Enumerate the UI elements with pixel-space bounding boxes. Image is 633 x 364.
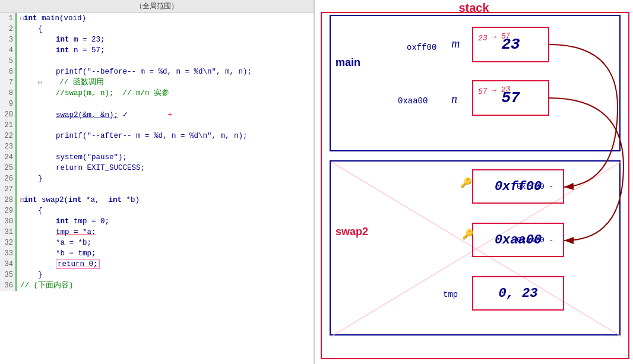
stack-panel: stack main oxff00 m 23 0xaa00 n 57 swap2… (315, 0, 633, 364)
n-value-box: 57 (472, 80, 549, 116)
code-line-8: 8 //swap(m, n); // m/n 实参 (0, 88, 252, 99)
code-line-28: 28 ⊟int swap2(int *a, int *b) (0, 195, 252, 205)
code-line-21: 21 (0, 120, 252, 131)
code-line-36: 36 // (下面内容) (0, 280, 252, 291)
code-line-29: 29 { (0, 205, 252, 216)
code-line-3: 3 int m = 23; (0, 34, 252, 45)
code-panel: （全局范围） 1 ⊟int main(void) 2 { 3 int m = 2… (0, 0, 315, 364)
code-line-5: 5 (0, 56, 252, 67)
toolbar-label: （全局范围） (135, 1, 178, 11)
code-line-22: 22 printf("--after-- m = %d, n = %d\n", … (0, 131, 252, 141)
code-line-20: 20 swap2(&m, &n); ✓ + (0, 109, 252, 120)
code-line-25: 25 return EXIT_SUCCESS; (0, 163, 252, 173)
code-line-2: 2 { (0, 24, 252, 34)
code-line-9: 9 (0, 99, 252, 109)
n-var-name: n (451, 92, 457, 106)
tmp-addr-label: tmp (443, 290, 458, 299)
code-line-35: 35 } (0, 270, 252, 280)
code-line-1: 1 ⊟int main(void) (0, 13, 252, 24)
main-frame-label: main (336, 56, 360, 69)
key-icon-b: 🔑 (462, 229, 474, 240)
code-line-34: 34 return 0; (0, 259, 252, 270)
code-line-32: 32 *a = *b; (0, 238, 252, 248)
code-line-26: 26 } (0, 173, 252, 184)
tmp-value: 0, 23 (498, 286, 537, 301)
b-addr-label: 0xaa00 - (517, 236, 553, 245)
code-line-33: 33 *b = tmp; (0, 248, 252, 259)
m-value-box: 23 (472, 27, 549, 62)
code-line-7: 7 ⊟ // 函数调用 (0, 77, 252, 88)
code-line-4: 4 int n = 57; (0, 45, 252, 56)
m-addr-label: oxff00 (407, 43, 436, 52)
code-line-30: 30 int tmp = 0; (0, 216, 252, 227)
swap2-frame-label: swap2 (336, 226, 368, 238)
m-var-name: m (451, 37, 460, 50)
n-addr-label: 0xaa00 (398, 96, 428, 106)
tmp-value-box: 0, 23 (472, 276, 564, 311)
code-line-24: 24 system("pause"); (0, 152, 252, 163)
code-line-6: 6 printf("--before-- m = %d, n = %d\n", … (0, 67, 252, 77)
a-addr-label: 0xff00 - (517, 182, 553, 191)
code-line-31: 31 tmp = *a; (0, 227, 252, 238)
code-line-23: 23 (0, 141, 252, 152)
key-icon-a: 🔑 (460, 177, 472, 189)
code-line-27: 27 (0, 184, 252, 195)
code-toolbar: （全局范围） (0, 0, 314, 13)
code-content: 1 ⊟int main(void) 2 { 3 int m = 23; 4 in… (0, 13, 314, 364)
